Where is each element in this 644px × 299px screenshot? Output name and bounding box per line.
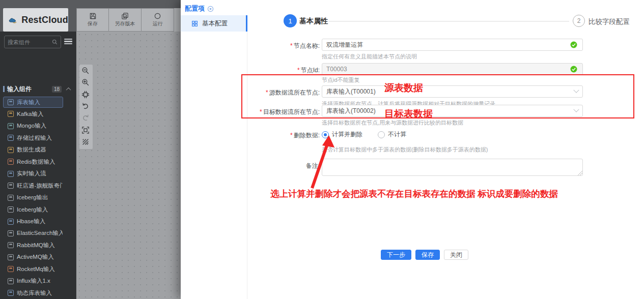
redo-icon xyxy=(81,114,91,123)
run-button[interactable]: 运行 xyxy=(142,8,174,32)
step-connector xyxy=(328,21,569,22)
sidebar-item[interactable]: 实时输入流 xyxy=(3,168,63,180)
count-badge: 18 xyxy=(52,86,62,93)
remark-textarea[interactable] xyxy=(322,159,583,176)
close-button[interactable]: 关闭 xyxy=(444,250,468,260)
brand-name: RestCloud xyxy=(21,15,68,25)
radio-no-calc[interactable] xyxy=(378,131,385,138)
radio-calc-delete[interactable] xyxy=(322,131,329,138)
step-1-label: 基本属性 xyxy=(299,17,328,26)
annotation-target-table: 目标表数据 xyxy=(384,107,433,121)
designer-toolbar: 保存 另存版本 运行 xyxy=(76,8,181,32)
chevron-down-icon xyxy=(573,107,579,112)
flow-designer-screen: RestCloud 保存 另存版本 运行 xyxy=(0,0,644,299)
realtime-stream-icon xyxy=(8,171,14,177)
sidebar-item[interactable]: Iceberg输入 xyxy=(3,204,63,215)
next-step-button[interactable]: 下一步 xyxy=(381,250,411,260)
sidebar-item[interactable]: Influx输入1.x xyxy=(3,276,63,287)
save-button[interactable]: 保存 xyxy=(76,8,109,32)
data-generator-icon xyxy=(8,147,14,153)
sidebar-item[interactable]: ActiveMQ输入 xyxy=(3,252,63,263)
sidebar-item[interactable]: 旺店通-旗舰版奇门… xyxy=(3,180,63,191)
procedure-input-icon xyxy=(8,135,14,141)
sidebar-item[interactable]: RabbitMQ输入 xyxy=(3,240,63,251)
dimmed-workspace: RestCloud 保存 另存版本 运行 xyxy=(0,0,181,299)
grid-toggle-icon[interactable] xyxy=(81,138,91,147)
elasticsearch-input-icon xyxy=(8,230,14,236)
sidebar-item[interactable]: 动态库表输入 xyxy=(3,287,63,298)
field-label-delete-data: *删除数据: xyxy=(248,131,320,140)
annotation-source-table: 源表数据 xyxy=(384,81,423,95)
sidebar-section-input[interactable]: 输入组件 18 xyxy=(0,84,76,94)
flow-canvas[interactable] xyxy=(76,32,181,299)
sidebar-item[interactable]: Hbase输入 xyxy=(3,216,63,227)
field-label-node-name: *节点名称: xyxy=(248,42,320,50)
save-version-icon xyxy=(121,12,129,20)
rocketmq-input-icon xyxy=(8,266,14,272)
chevron-down-icon xyxy=(573,87,579,93)
search-icon xyxy=(52,39,58,45)
sidebar-item[interactable]: Kafka输入 xyxy=(3,108,63,119)
node-name-input[interactable]: 双流增量运算 xyxy=(322,39,583,51)
hbase-input-icon xyxy=(8,219,14,225)
fit-view-icon[interactable] xyxy=(81,91,91,100)
step-1-indicator: 1 xyxy=(284,14,297,27)
sidebar-item[interactable]: RocketMq输入 xyxy=(3,263,63,275)
cloud-logo-icon xyxy=(8,15,18,25)
save-version-button[interactable]: 另存版本 xyxy=(109,8,142,32)
list-view-icon[interactable] xyxy=(64,38,72,46)
sidebar-item[interactable]: Mongo输入 xyxy=(3,121,63,132)
config-drawer: 配置项 基本配置 1 基本属性 2 比较字段配置 *节点名称: 双流增量运算 指… xyxy=(181,0,644,299)
node-id-input: T00003 xyxy=(322,63,583,75)
field-label-target-node: *目标数据流所在节点: xyxy=(248,108,320,116)
wdt-input-icon xyxy=(8,183,14,189)
field-help: 指定任何有意义且能描述本节点的说明 xyxy=(322,53,417,61)
iceberg-output-icon xyxy=(8,195,14,201)
menu-item-basic-config[interactable]: 基本配置 xyxy=(181,15,247,32)
designer-header: RestCloud 保存 另存版本 运行 xyxy=(0,0,181,32)
sidebar-item[interactable]: 库表输入 xyxy=(3,97,63,108)
influx-input-icon xyxy=(8,278,14,284)
green-check-icon xyxy=(570,41,577,48)
sidebar-item[interactable]: ElasticSearch输入 xyxy=(3,228,63,239)
undo-icon[interactable] xyxy=(81,102,91,111)
kafka-input-icon xyxy=(8,111,14,117)
save-icon xyxy=(89,12,97,20)
chevron-up-icon xyxy=(66,87,71,92)
target-node-select[interactable]: 库表输入(T00002) xyxy=(322,105,583,117)
target-circle-icon xyxy=(207,6,214,12)
zoom-out-icon[interactable] xyxy=(81,67,91,76)
iceberg-input-icon xyxy=(8,206,14,213)
brand-logo: RestCloud xyxy=(3,8,68,32)
field-label-source-node: *源数据流所在节点: xyxy=(248,88,320,97)
component-search[interactable] xyxy=(4,36,61,48)
field-help: 是否计算目标数据中多于源表的数据(删除目标数据多于源表的数据) xyxy=(322,146,488,154)
grid-icon xyxy=(191,20,198,27)
fullscreen-icon[interactable] xyxy=(81,126,91,135)
sidebar-item[interactable]: 数据生成器 xyxy=(3,144,63,156)
activemq-input-icon xyxy=(8,254,14,260)
divider xyxy=(247,32,247,299)
field-help: 节点id不能重复 xyxy=(322,76,360,84)
table-input-icon xyxy=(8,99,14,105)
component-sidebar: 输入组件 18 库表输入 Kafka输入 Mongo输入 存储过程输入 数据生成… xyxy=(0,32,76,299)
green-check-icon xyxy=(570,66,577,73)
search-input[interactable] xyxy=(8,39,52,45)
sidebar-item[interactable]: Redis数据输入 xyxy=(3,156,63,167)
mongo-input-icon xyxy=(8,123,14,129)
redis-input-icon xyxy=(8,159,14,165)
step-2-indicator: 2 xyxy=(573,15,585,27)
dynamic-table-input-icon xyxy=(8,290,14,296)
delete-data-radio-group: 计算并删除 不计算 xyxy=(322,130,406,139)
annotation-bottom-note: 选上计算并删除才会把源表不存在目标表存在的数据 标识成要删除的数据 xyxy=(270,188,558,200)
sidebar-item[interactable]: 存储过程输入 xyxy=(3,132,63,143)
zoom-in-icon[interactable] xyxy=(81,78,91,87)
step-2-label: 比较字段配置 xyxy=(589,17,630,26)
source-node-select[interactable]: 库表输入(T00001) xyxy=(322,85,583,98)
field-label-node-id: *节点Id: xyxy=(248,66,320,75)
field-label-remark: 备注: xyxy=(248,162,320,170)
rabbitmq-input-icon xyxy=(8,242,14,248)
sidebar-item[interactable]: Iceberg输出 xyxy=(3,192,63,203)
save-config-button[interactable]: 保存 xyxy=(415,250,440,260)
canvas-tool-strip xyxy=(79,65,93,149)
